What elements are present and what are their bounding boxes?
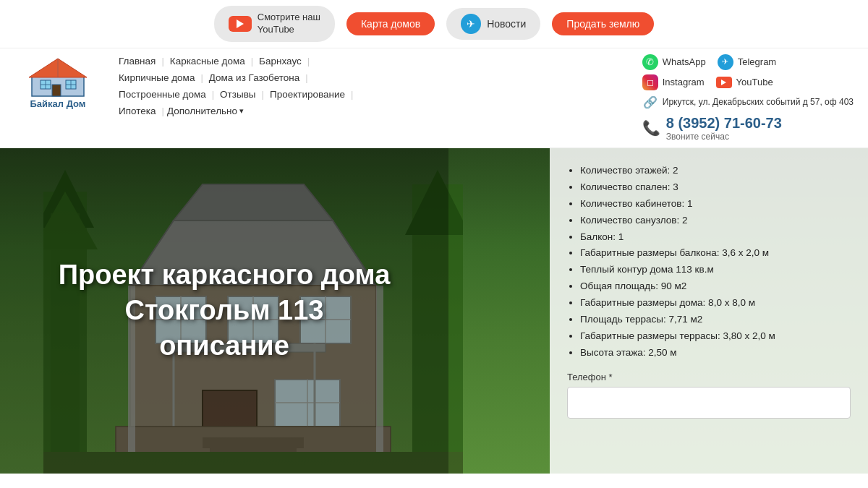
spec-item: Количество этажей: 2 — [580, 163, 851, 179]
spec-item: Балкон: 1 — [580, 229, 851, 246]
nav-otzyvy[interactable]: Отзывы — [217, 87, 258, 101]
nav-links: Главная | Каркасные дома | Барнхаус | Ки… — [116, 54, 635, 118]
spec-item: Количество кабинетов: 1 — [580, 196, 851, 213]
karta-label: Карта домов — [361, 18, 420, 30]
spec-item: Габаритные размеры дома: 8,0 х 8,0 м — [580, 295, 851, 312]
social-row-1: ✆ WhatsApp ✈ Telegram — [642, 54, 776, 70]
nav-postroenie[interactable]: Построенные дома — [116, 87, 209, 101]
nav-dopolnitelno[interactable]: Дополнительно ▾ — [167, 106, 244, 116]
hero-section: Проект каркасного домаСтокгольм 113описа… — [0, 148, 868, 474]
address-icon: 🔗 — [642, 95, 658, 111]
instagram-link[interactable]: ◻ Instagram — [642, 74, 705, 90]
nav-ipoteka[interactable]: Ипотека — [116, 104, 158, 118]
youtube-button[interactable]: Смотрите наш YouTube — [214, 6, 335, 42]
telegram-link[interactable]: ✈ Telegram — [718, 54, 776, 70]
spec-item: Габаритные размеры балкона: 3,6 х 2,0 м — [580, 245, 851, 262]
logo-svg — [27, 57, 89, 97]
nav-proektirovanie[interactable]: Проектирование — [267, 87, 348, 101]
prodat-label: Продать землю — [566, 18, 639, 30]
instagram-icon: ◻ — [642, 74, 658, 90]
spec-item: Количество спален: 3 — [580, 179, 851, 196]
phone-icon: 📞 — [642, 119, 660, 137]
youtube-icon — [229, 16, 252, 32]
instagram-label: Instagram — [663, 77, 705, 87]
youtube-sm-icon — [716, 77, 732, 88]
hero-title: Проект каркасного домаСтокгольм 113описа… — [44, 243, 405, 379]
whatsapp-link[interactable]: ✆ WhatsApp — [642, 54, 706, 70]
chevron-down-icon: ▾ — [239, 106, 244, 116]
spec-item: Теплый контур дома 113 кв.м — [580, 262, 851, 278]
novosti-label: Новости — [487, 18, 526, 30]
hero-title-container: Проект каркасного домаСтокгольм 113описа… — [0, 148, 448, 474]
header: Байкал Дом Главная | Каркасные дома | Ба… — [0, 48, 868, 148]
spec-item: Высота этажа: 2,50 м — [580, 345, 851, 361]
phone-number[interactable]: 8 (3952) 71-60-73 — [666, 115, 782, 132]
whatsapp-icon: ✆ — [642, 54, 658, 70]
nav-barnhaus[interactable]: Барнхаус — [256, 54, 305, 68]
phone-input[interactable] — [567, 387, 851, 419]
whatsapp-label: WhatsApp — [663, 56, 706, 67]
specs-list: Количество этажей: 2 Количество спален: … — [567, 163, 851, 361]
nav-row-4: Ипотека | Дополнительно ▾ — [116, 104, 635, 118]
spec-item: Площадь террасы: 7,71 м2 — [580, 312, 851, 328]
spec-item: Габаритные размеры террасы: 3,80 х 2,0 м — [580, 328, 851, 345]
nav-kirpichnie[interactable]: Кирпичные дома — [116, 71, 197, 85]
logo-text: Байкал Дом — [30, 98, 86, 109]
nav-row-1: Главная | Каркасные дома | Барнхаус | — [116, 54, 635, 68]
top-bar: Смотрите наш YouTube Карта домов ✈ Новос… — [0, 0, 868, 48]
youtube-label: Смотрите наш YouTube — [258, 12, 320, 36]
nav-row-3: Построенные дома | Отзывы | Проектирован… — [116, 87, 635, 101]
spec-item: Количество санузлов: 2 — [580, 213, 851, 229]
youtube-sm-label: YouTube — [736, 77, 773, 87]
telegram-icon: ✈ — [718, 54, 733, 70]
phone-sub-label: Звоните сейчас — [666, 132, 782, 142]
header-right: ✆ WhatsApp ✈ Telegram ◻ Instagram YouTub… — [635, 54, 854, 142]
svg-rect-4 — [52, 85, 61, 96]
spec-item: Общая площадь: 90 м2 — [580, 278, 851, 295]
youtube-link[interactable]: YouTube — [716, 77, 773, 88]
karta-button[interactable]: Карта домов — [346, 12, 435, 35]
novosti-button[interactable]: ✈ Новости — [446, 8, 540, 40]
telegram-label: Telegram — [738, 56, 776, 67]
phone-block: 📞 8 (3952) 71-60-73 Звоните сейчас — [642, 115, 782, 142]
phone-field-label: Телефон * — [567, 372, 851, 382]
social-row-2: ◻ Instagram YouTube — [642, 74, 773, 90]
nav-glavnaya[interactable]: Главная — [116, 54, 158, 68]
specs-panel: Количество этажей: 2 Количество спален: … — [550, 148, 868, 474]
nav-karkasnie[interactable]: Каркасные дома — [167, 54, 248, 68]
logo[interactable]: Байкал Дом — [14, 57, 101, 109]
nav-gazobeton[interactable]: Дома из Газобетона — [206, 71, 302, 85]
address-text: Иркутск, ул. Декабрьских событий д 57, о… — [663, 96, 854, 108]
prodat-button[interactable]: Продать землю — [552, 12, 654, 35]
address-item: 🔗 Иркутск, ул. Декабрьских событий д 57,… — [642, 95, 854, 111]
nav-row-2: Кирпичные дома | Дома из Газобетона | — [116, 71, 635, 85]
telegram-top-icon: ✈ — [461, 14, 481, 34]
